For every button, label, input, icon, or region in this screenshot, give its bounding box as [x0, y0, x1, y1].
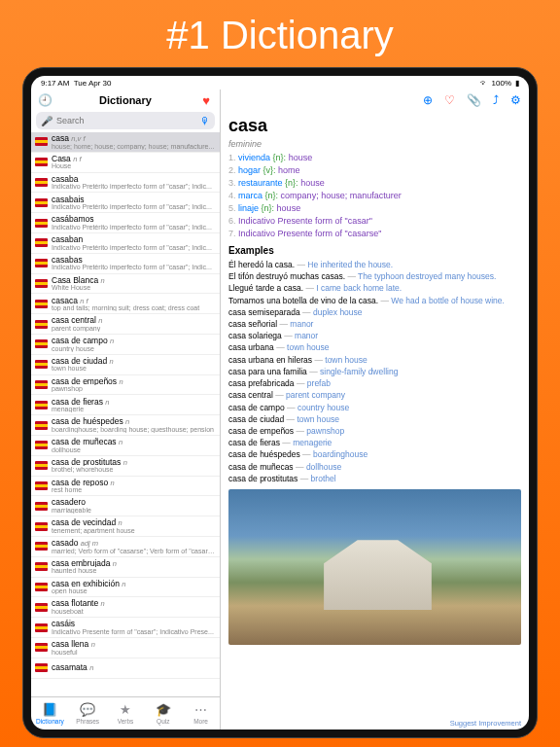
phrase: casa para una familia — single-family dw… — [228, 367, 521, 378]
phrase: casa de fieras — menagerie — [228, 438, 521, 449]
history-icon[interactable]: 🕘 — [37, 92, 52, 108]
suggest-improvement-link[interactable]: Suggest Improvement — [221, 717, 529, 729]
tab-verbs[interactable]: ★Verbs — [107, 697, 145, 729]
example: Él heredó la casa. — He inherited the ho… — [228, 260, 521, 271]
examples-heading: Examples — [228, 244, 521, 258]
list-item[interactable]: casabaisIndicativo Pretérito imperfecto … — [31, 193, 220, 213]
sense: 5. linaje {n}: house — [228, 202, 521, 214]
headword-image — [228, 489, 521, 645]
phrase: casa de empeños — pawnshop — [228, 426, 521, 438]
tab-bar[interactable]: 📘Dictionary💬Phrases★Verbs🎓Quiz⋯More — [31, 696, 220, 729]
sense: 2. hogar {v}: home — [228, 164, 521, 176]
phrase: casa solariega — manor — [228, 331, 521, 342]
status-time: 9:17 AM — [41, 79, 69, 88]
tab-phrases[interactable]: 💬Phrases — [69, 697, 107, 729]
flag-icon — [35, 300, 48, 308]
flag-icon — [35, 502, 48, 511]
sense: 3. restaurante {n}: house — [228, 177, 521, 189]
phrase: casa señorial — manor — [228, 319, 521, 331]
status-bar: 9:17 AM Tue Apr 30 ᯤ100%▮ — [31, 76, 529, 89]
list-item[interactable]: casa en exhibición nopen house — [31, 578, 220, 598]
sense: 4. marca {n}: company; house; manufactur… — [228, 190, 521, 201]
mic-icon[interactable]: 🎙 — [200, 116, 210, 126]
sense: 6. Indicativo Presente form of "casar" — [228, 215, 521, 227]
entry-list[interactable]: casa n,v fhouse; home; house; company; h… — [31, 132, 220, 696]
list-item[interactable]: casaca n ftop and tails; morning suit; d… — [31, 294, 220, 314]
phrase: casa prefabricada — prefab — [228, 378, 521, 390]
wifi-icon: ᯤ — [480, 79, 488, 88]
tablet-frame: 9:17 AM Tue Apr 30 ᯤ100%▮ 🕘 Dictionary ♥… — [22, 67, 538, 738]
list-item[interactable]: casa n,v fhouse; home; house; company; h… — [31, 132, 220, 153]
search-field[interactable]: 🎤 🎙 — [36, 112, 215, 129]
list-item[interactable]: casa de fieras nmenagerie — [31, 395, 220, 415]
phrase: casa urbana — town house — [228, 342, 521, 354]
list-item[interactable]: casa de empeños npawnshop — [31, 375, 220, 396]
tab-icon: ⋯ — [194, 702, 207, 717]
screen: 9:17 AM Tue Apr 30 ᯤ100%▮ 🕘 Dictionary ♥… — [31, 76, 529, 729]
list-item[interactable]: casa de ciudad ntown house — [31, 355, 220, 375]
flag-icon — [35, 238, 48, 247]
list-item[interactable]: casa embrujada nhaunted house — [31, 557, 220, 578]
favorite-icon[interactable]: ♡ — [444, 93, 455, 107]
flag-icon — [35, 663, 48, 672]
list-item[interactable]: casabasIndicativo Pretérito imperfecto f… — [31, 254, 220, 274]
list-item[interactable]: casabaIndicativo Pretérito imperfecto fo… — [31, 173, 220, 194]
tab-label: More — [193, 718, 208, 725]
right-pane: ⊕ ♡ 📎 ⤴ ⚙ casa feminine 1. vivienda {n}:… — [221, 89, 529, 729]
search-input[interactable] — [56, 116, 196, 125]
tab-dictionary[interactable]: 📘Dictionary — [31, 697, 69, 729]
list-item[interactable]: casado adj mmarried; Verb form of "casar… — [31, 537, 220, 557]
list-item[interactable]: casa de huéspedes nboardinghouse; boardi… — [31, 415, 220, 436]
list-item[interactable]: casáisIndicativo Presente form of "casar… — [31, 618, 220, 638]
battery-icon: ▮ — [515, 79, 519, 88]
flag-icon — [35, 542, 48, 551]
list-item[interactable]: casa de muñecas ndollhouse — [31, 436, 220, 456]
phrase: casa urbana en hileras — town house — [228, 355, 521, 367]
flag-icon — [35, 441, 48, 449]
status-date: Tue Apr 30 — [74, 79, 112, 88]
globe-icon[interactable]: ⊕ — [423, 93, 433, 107]
list-item[interactable]: Casa Blanca nWhite House — [31, 274, 220, 295]
list-item[interactable]: casaderomarriageable — [31, 496, 220, 516]
list-item[interactable]: casa de vecindad ntenement; apartment ho… — [31, 516, 220, 537]
tab-icon: 📘 — [42, 702, 57, 717]
phrase: casa de muñecas — dollhouse — [228, 462, 521, 474]
list-item[interactable]: casa llena nhouseful — [31, 638, 220, 658]
tab-label: Quiz — [157, 718, 169, 725]
flag-icon — [35, 583, 48, 591]
tab-quiz[interactable]: 🎓Quiz — [144, 697, 182, 729]
example: Tomamos una botella de vino de la casa. … — [228, 296, 521, 307]
flag-icon — [35, 603, 48, 612]
flag-icon — [35, 279, 48, 288]
flag-icon — [35, 360, 48, 369]
flag-icon — [35, 401, 48, 409]
flag-icon — [35, 380, 48, 389]
flag-icon — [35, 461, 48, 470]
flag-icon — [35, 320, 48, 329]
sense: 7. Indicativo Presente form of "casarse" — [228, 228, 521, 239]
flag-icon — [35, 178, 48, 187]
list-item[interactable]: casamata n — [31, 658, 220, 679]
flag-icon — [35, 158, 48, 166]
flag-icon — [35, 481, 48, 490]
phrase: casa de ciudad — town house — [228, 414, 521, 426]
example: El tifón destruyó muchas casas. — The ty… — [228, 271, 521, 283]
list-item[interactable]: casa de campo ncountry house — [31, 335, 220, 355]
sense: 1. vivienda {n}: house — [228, 152, 521, 163]
tab-label: Verbs — [118, 718, 134, 725]
phrase: casa de campo — country house — [228, 403, 521, 414]
list-item[interactable]: Casa n fHouse — [31, 153, 220, 173]
list-item[interactable]: casa flotante nhouseboat — [31, 597, 220, 618]
list-item[interactable]: casábamosIndicativo Pretérito imperfecto… — [31, 213, 220, 233]
mic-left-icon[interactable]: 🎤 — [41, 116, 52, 126]
phrase: casa de huéspedes — boardinghouse — [228, 449, 521, 461]
list-item[interactable]: casa central nparent company — [31, 314, 220, 335]
settings-icon[interactable]: ⚙ — [510, 93, 521, 107]
attachment-icon[interactable]: 📎 — [467, 93, 481, 107]
list-item[interactable]: casabanIndicativo Pretérito imperfecto f… — [31, 233, 220, 254]
list-item[interactable]: casa de reposo nrest home — [31, 477, 220, 497]
share-icon[interactable]: ⤴ — [493, 93, 499, 107]
heart-icon[interactable]: ♥ — [198, 92, 214, 108]
list-item[interactable]: casa de prostitutas nbrothel; whorehouse — [31, 456, 220, 477]
tab-more[interactable]: ⋯More — [182, 697, 220, 729]
